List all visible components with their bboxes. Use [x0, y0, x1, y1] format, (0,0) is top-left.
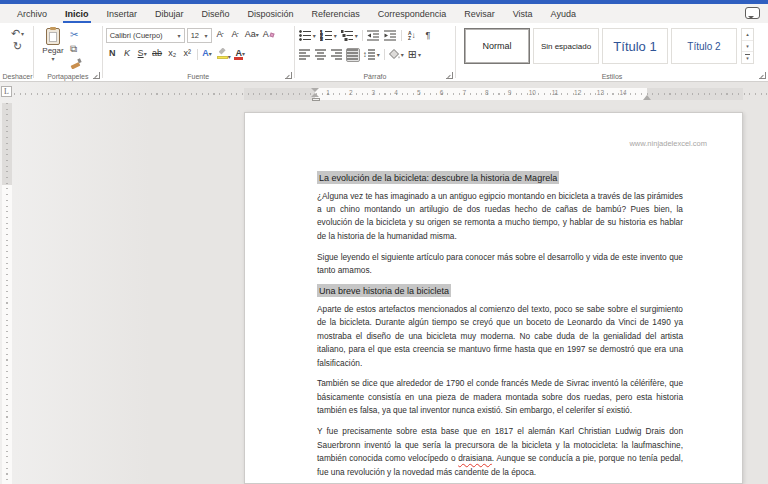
paragraph[interactable]: Y fue precisamente sobre esta base que e…: [317, 425, 683, 479]
align-center-icon: [315, 49, 327, 60]
borders-button[interactable]: ⊞ ▾: [407, 48, 422, 62]
paragraph[interactable]: Aparte de estos artefactos mencionados a…: [317, 303, 683, 370]
group-parrafo: ▾ 123 ▾ ▾: [295, 23, 455, 81]
tab-referencias[interactable]: Referencias: [303, 4, 369, 23]
ruler-mark: 11: [549, 90, 561, 97]
multilevel-list-button[interactable]: ▾: [340, 29, 359, 43]
paragraph[interactable]: También se dice que alrededor de 1790 el…: [317, 377, 683, 417]
chevron-down-icon: ▾: [205, 33, 208, 39]
ruler-mark: 6: [436, 90, 448, 97]
vertical-ruler-ticks: [6, 103, 8, 484]
align-left-icon: [299, 49, 311, 60]
divider: [401, 30, 402, 41]
text-highlight-button[interactable]: ▾: [216, 48, 232, 62]
font-color-icon: A: [235, 48, 242, 58]
line-spacing-button[interactable]: ↕ ▾: [362, 48, 381, 62]
tab-disposicion[interactable]: Disposición: [239, 4, 303, 23]
tab-stop-selector[interactable]: L: [1, 86, 12, 97]
superscript-button[interactable]: x²: [181, 48, 194, 62]
highlighted-text: La evolución de la bicicleta: descubre l…: [317, 171, 559, 184]
horizontal-ruler[interactable]: 1 2 3 4 5 6 7 8 9 10 11 12 13 14: [14, 88, 768, 100]
chevron-down-icon: ▾: [51, 56, 54, 62]
strikethrough-button[interactable]: ab: [151, 48, 164, 62]
font-name-value: Calibri (Cuerpo): [110, 31, 163, 40]
chevron-down-icon: ▾: [313, 33, 316, 39]
line-spacing-icon: ↕: [363, 51, 367, 59]
redo-button[interactable]: ↻: [13, 41, 22, 52]
numbering-button[interactable]: 123 ▾: [319, 29, 338, 43]
style-normal[interactable]: Normal: [464, 28, 530, 64]
grow-font-button[interactable]: Aˆ: [214, 29, 227, 43]
show-marks-button[interactable]: ¶: [421, 29, 435, 43]
styles-scroll-up-icon[interactable]: ▴: [742, 29, 753, 41]
align-left-button[interactable]: [298, 48, 312, 62]
shading-button[interactable]: ▾: [388, 48, 405, 62]
document-page[interactable]: www.ninjadelexcel.com La evolución de la…: [244, 112, 743, 484]
paragraph[interactable]: Sigue leyendo el siguiente artículo para…: [317, 251, 683, 278]
style-titulo-1[interactable]: Título 1: [602, 28, 668, 64]
style-sin-espaciado[interactable]: Sin espaciado: [533, 28, 599, 64]
ruler-mark: 9: [504, 90, 516, 97]
font-size-value: 12: [191, 31, 199, 40]
clipboard-icon: [46, 28, 60, 45]
copy-button[interactable]: ⧉: [70, 43, 82, 54]
caret-down-icon: ˇ: [237, 32, 239, 38]
style-label: Título 1: [613, 39, 656, 54]
decrease-indent-button[interactable]: [366, 29, 381, 43]
document-heading-1[interactable]: La evolución de la bicicleta: descubre l…: [317, 172, 683, 182]
styles-scroll: ▴ ▾ ▾: [741, 28, 754, 64]
font-color-button[interactable]: A ▾: [234, 48, 247, 62]
align-center-button[interactable]: [314, 48, 328, 62]
ribbon: ↶ ▾ ↻ Deshacer Pegar ▾ ✂ ⧉: [0, 23, 768, 82]
tab-vista[interactable]: Vista: [504, 4, 542, 23]
shrink-font-button[interactable]: Aˇ: [229, 29, 242, 43]
align-right-button[interactable]: [330, 48, 344, 62]
underline-button[interactable]: S▾: [136, 48, 149, 62]
clear-formatting-button[interactable]: A: [262, 29, 275, 43]
tab-insertar[interactable]: Insertar: [98, 4, 147, 23]
text-effects-button[interactable]: A▾: [201, 48, 214, 62]
change-case-button[interactable]: Aa▾: [244, 29, 260, 43]
tab-ayuda[interactable]: Ayuda: [542, 4, 585, 23]
tab-correspondencia[interactable]: Correspondencia: [369, 4, 456, 23]
bullets-button[interactable]: ▾: [298, 29, 317, 43]
undo-button[interactable]: ↶ ▾: [11, 28, 24, 39]
chevron-down-icon: ▾: [418, 52, 421, 58]
font-name-combo[interactable]: Calibri (Cuerpo) ▾: [106, 28, 185, 43]
justify-button[interactable]: [346, 48, 360, 62]
bold-button[interactable]: N: [106, 48, 119, 62]
highlighter-icon: [217, 48, 228, 59]
document-heading-2[interactable]: Una breve historia de la bicicleta: [317, 285, 683, 295]
line-spacing-lines-icon: [368, 49, 376, 60]
decrease-indent-icon: [367, 30, 380, 41]
left-indent-marker[interactable]: [311, 88, 320, 100]
tab-inicio[interactable]: Inicio: [56, 4, 98, 23]
right-indent-marker[interactable]: [643, 95, 651, 100]
format-painter-button[interactable]: [70, 58, 82, 69]
borders-icon: ⊞: [408, 49, 417, 60]
comments-icon[interactable]: [745, 7, 760, 19]
tab-revisar[interactable]: Revisar: [455, 4, 504, 23]
chevron-down-icon: ▾: [334, 33, 337, 39]
paragraph[interactable]: ¿Alguna vez te has imaginado a un antigu…: [317, 190, 683, 244]
subscript-button[interactable]: x₂: [166, 48, 179, 62]
style-titulo-2[interactable]: Título 2: [671, 28, 737, 64]
increase-indent-button[interactable]: [383, 29, 398, 43]
italic-button[interactable]: K: [121, 48, 134, 62]
sort-button[interactable]: AZ ↓: [405, 29, 419, 43]
document-workspace: L 1 2 3 4 5 6 7 8 9 10 11 12 13 14: [0, 82, 768, 484]
tab-archivo[interactable]: Archivo: [8, 4, 56, 23]
ruler-mark: 4: [390, 90, 402, 97]
styles-scroll-down-icon[interactable]: ▾: [742, 41, 753, 53]
align-right-icon: [331, 49, 343, 60]
cut-button[interactable]: ✂: [70, 29, 82, 40]
styles-more-icon[interactable]: ▾: [742, 52, 753, 63]
document-header-url: www.ninjadelexcel.com: [317, 139, 707, 148]
style-label: Título 2: [687, 41, 720, 52]
tab-dibujar[interactable]: Dibujar: [146, 4, 193, 23]
font-size-combo[interactable]: 12 ▾: [187, 28, 212, 43]
tab-diseno[interactable]: Diseño: [193, 4, 239, 23]
group-label-deshacer: Deshacer: [2, 73, 33, 80]
vertical-ruler[interactable]: [0, 103, 13, 484]
paste-button[interactable]: Pegar ▾: [36, 25, 70, 69]
